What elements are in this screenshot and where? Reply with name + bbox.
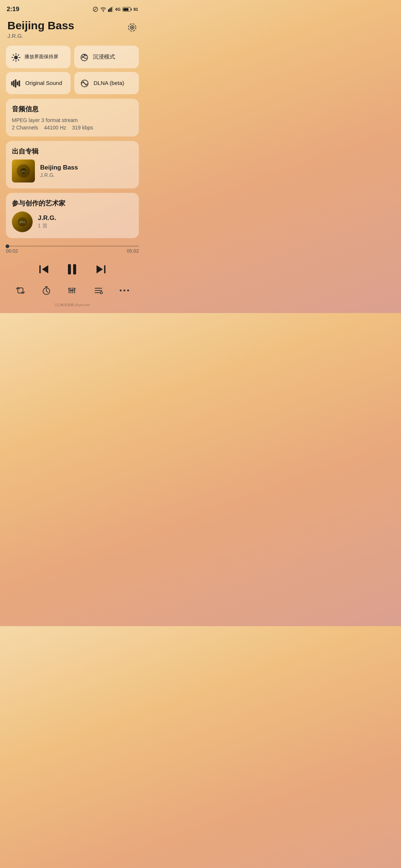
status-bar: 2:19 4G 81 xyxy=(0,0,145,16)
audio-details: 2 Channels 44100 Hz 319 kbps xyxy=(12,125,133,131)
bottom-toolbar xyxy=(0,281,145,303)
timer-button[interactable] xyxy=(42,286,51,295)
immersive-icon xyxy=(79,52,89,62)
player-controls xyxy=(0,257,145,281)
album-art: JRG xyxy=(12,160,35,183)
svg-rect-34 xyxy=(68,264,71,274)
svg-point-1 xyxy=(103,11,103,11)
svg-text:JRG: JRG xyxy=(19,220,26,224)
svg-rect-2 xyxy=(108,9,109,12)
original-sound-button[interactable]: Original Sound xyxy=(6,72,71,95)
track-artist: J.R.G. xyxy=(7,33,74,39)
album-artist: J.R.G. xyxy=(40,172,78,178)
svg-line-17 xyxy=(18,55,19,55)
audio-format: MPEG layer 3 format stream xyxy=(12,117,133,123)
audio-info-title: 音频信息 xyxy=(12,105,133,114)
svg-rect-25 xyxy=(15,86,16,88)
progress-track[interactable] xyxy=(6,246,139,247)
svg-rect-24 xyxy=(13,85,14,87)
dlna-label: DLNA (beta) xyxy=(94,80,124,86)
svg-rect-5 xyxy=(112,7,113,12)
feature-buttons-grid: 播放界面保持屏 沉浸模式 xyxy=(6,46,139,94)
time-row: 00:02 05:02 xyxy=(6,247,139,255)
svg-rect-22 xyxy=(17,82,18,85)
audio-channels: 2 Channels xyxy=(12,125,38,131)
svg-point-18 xyxy=(84,54,85,55)
brightness-icon xyxy=(11,52,21,62)
svg-point-54 xyxy=(124,290,125,292)
audio-sample-rate: 44100 Hz xyxy=(44,125,66,131)
prev-button[interactable] xyxy=(38,263,50,276)
svg-rect-36 xyxy=(104,265,106,273)
more-button[interactable] xyxy=(120,289,129,292)
svg-rect-19 xyxy=(11,82,13,85)
album-row: JRG Beijing Bass J.R.G. xyxy=(12,160,133,183)
repeat-button[interactable] xyxy=(16,286,25,295)
original-sound-label: Original Sound xyxy=(25,80,62,86)
progress-section[interactable]: 00:02 05:02 xyxy=(0,246,145,255)
speedometer-icon xyxy=(92,6,98,12)
album-title: Beijing Bass xyxy=(40,164,78,171)
header: Beijing Bass J.R.G. xyxy=(0,16,145,43)
signal-icon xyxy=(108,6,113,12)
svg-point-8 xyxy=(132,27,133,28)
battery-icon xyxy=(123,7,132,11)
total-time: 05:02 xyxy=(127,248,139,254)
dlna-icon xyxy=(79,78,90,89)
playlist-button[interactable] xyxy=(94,286,103,295)
status-icons: 4G 81 xyxy=(92,6,138,12)
screen-on-label: 播放界面保持屏 xyxy=(25,53,58,60)
equalizer-button[interactable] xyxy=(68,286,77,295)
artist-avatar: JRG xyxy=(12,211,33,232)
artist-name: J.R.G. xyxy=(38,214,56,222)
track-info: Beijing Bass J.R.G. xyxy=(7,19,74,39)
original-sound-icon xyxy=(11,78,22,89)
svg-point-9 xyxy=(14,56,18,59)
svg-text:JRG: JRG xyxy=(21,170,26,173)
network-type: 4G xyxy=(115,7,121,11)
artist-row: JRG J.R.G. 1 首 xyxy=(12,211,133,232)
cast-icon[interactable] xyxy=(127,22,137,33)
next-button[interactable] xyxy=(95,263,107,276)
audio-info-card: 音频信息 MPEG layer 3 format stream 2 Channe… xyxy=(6,99,139,137)
album-section-title: 出自专辑 xyxy=(12,147,133,156)
artists-card[interactable]: 参与创作的艺术家 JRG J.R.G. 1 首 xyxy=(6,193,139,238)
svg-point-52 xyxy=(100,292,102,294)
artist-track-count: 1 首 xyxy=(38,223,56,229)
current-time: 00:02 xyxy=(6,248,18,254)
artists-section-title: 参与创作的艺术家 xyxy=(12,199,133,208)
svg-rect-23 xyxy=(19,80,20,86)
audio-bitrate: 319 kbps xyxy=(72,125,93,131)
svg-point-55 xyxy=(127,290,129,292)
content-area: 播放界面保持屏 沉浸模式 xyxy=(0,43,145,246)
battery-percent: 81 xyxy=(134,7,138,11)
immersive-label: 沉浸模式 xyxy=(93,53,115,60)
screen-on-button[interactable]: 播放界面保持屏 xyxy=(6,46,71,68)
svg-line-16 xyxy=(13,59,14,60)
svg-rect-35 xyxy=(73,264,76,274)
progress-thumb xyxy=(6,244,9,248)
status-time: 2:19 xyxy=(7,6,19,13)
svg-rect-3 xyxy=(110,8,111,12)
svg-rect-33 xyxy=(39,265,41,273)
wifi-icon xyxy=(100,6,106,12)
track-title: Beijing Bass xyxy=(7,19,74,32)
immersive-button[interactable]: 沉浸模式 xyxy=(74,46,139,68)
album-card[interactable]: 出自专辑 JRG Beijing Bass J.R.G. xyxy=(6,141,139,188)
pause-button[interactable] xyxy=(65,262,80,277)
watermark: ©云枫资源网 yfzyw.com xyxy=(0,303,145,310)
svg-point-53 xyxy=(120,290,122,292)
svg-rect-4 xyxy=(111,7,112,12)
svg-line-15 xyxy=(18,59,19,60)
album-text: Beijing Bass J.R.G. xyxy=(40,164,78,178)
dlna-button[interactable]: DLNA (beta) xyxy=(74,72,139,95)
artist-text: J.R.G. 1 首 xyxy=(38,214,56,229)
svg-line-14 xyxy=(13,55,14,55)
